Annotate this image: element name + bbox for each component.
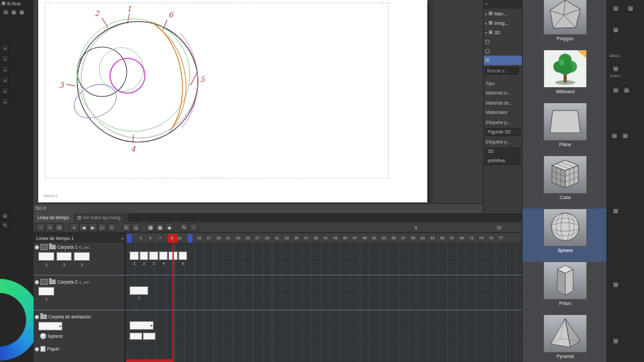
keyframe-cell[interactable]: ●	[129, 321, 154, 330]
tree-item-3d[interactable]: ▾ ▣ 3D	[484, 27, 522, 37]
zoom-in-icon[interactable]: +	[46, 223, 54, 231]
track-header-papel[interactable]: Papel	[34, 345, 124, 353]
visibility-eye-icon[interactable]	[35, 347, 39, 351]
canvas-area: 1 2 3 4 5 6 Historia 1	[34, 0, 483, 203]
fit-view-icon[interactable]: ⊡	[55, 223, 64, 231]
material-item-polygon[interactable]: Polygon	[523, 0, 607, 50]
skip-start-icon[interactable]: «	[70, 223, 78, 231]
tool-icon[interactable]: ▪	[1, 44, 9, 52]
panel-icon[interactable]: ▦	[612, 64, 620, 72]
panel-icon[interactable]: ▦	[612, 337, 620, 345]
canvas-page[interactable]: 1 2 3 4 5 6 Historia 1	[38, 0, 427, 202]
cel-grid-icon[interactable]: ▦	[146, 223, 155, 231]
play-icon[interactable]: ▶	[89, 223, 97, 231]
cel-cell[interactable]	[38, 252, 54, 261]
next-frame-icon[interactable]: ▷	[98, 223, 107, 231]
pen-icon[interactable]: ✎	[180, 223, 189, 231]
add-icon[interactable]: ⊕	[1, 212, 9, 219]
material-item-pyramid[interactable]: Pyramid	[523, 314, 607, 362]
panel-icon[interactable]: ▦	[612, 280, 620, 288]
panel-icon[interactable]: ▦	[10, 8, 17, 15]
playhead-line[interactable]	[172, 233, 174, 362]
tree-item-man[interactable]: ▸ ▦ Man...	[484, 9, 522, 18]
cel-cell[interactable]	[178, 251, 188, 260]
keyframe-cell[interactable]: ●	[38, 322, 62, 330]
tree-item-selected[interactable]: ▦	[484, 56, 522, 65]
material-label: Billboard	[556, 89, 574, 94]
material-item-sphere-selected[interactable]: Sphere	[523, 208, 607, 261]
tab-all-frames[interactable]: ▥ Ver todos tipo fotog...	[73, 213, 128, 222]
material-item-prism[interactable]: Prism	[523, 261, 607, 314]
cel-cell[interactable]	[129, 251, 139, 260]
panel-icon[interactable]: ▦	[610, 131, 619, 139]
camera-icon[interactable]: ▣	[156, 223, 164, 231]
material-item-plane[interactable]: Plane	[523, 103, 607, 156]
track-header-carpeta-1[interactable]: Carpeta 1 6, cel...	[34, 243, 124, 251]
collapse-panel-icon[interactable]: «	[485, 2, 488, 7]
color-wheel[interactable]	[0, 279, 34, 361]
left-toolbar: ▣ B-Real ▤▦▦▪▪▪▪▪▪⊕✎	[0, 0, 34, 362]
cel-cell[interactable]	[129, 286, 148, 295]
visibility-eye-icon[interactable]	[35, 245, 39, 249]
cel-numbers: 123456	[126, 261, 188, 268]
panel-icon[interactable]: ▦	[612, 86, 620, 94]
edit-icon[interactable]: ✎	[1, 221, 9, 229]
timeline-panel: Línea de tiempo ▥ Ver todos tipo fotog..…	[34, 213, 522, 362]
tree-item[interactable]	[484, 37, 522, 46]
tool-icon[interactable]: ▪	[1, 76, 9, 84]
playback-end-marker[interactable]	[188, 234, 193, 243]
cel-cell[interactable]	[74, 252, 90, 261]
onion-skin-icon[interactable]: ◎	[131, 223, 140, 231]
panel-icon[interactable]: ▦	[627, 4, 635, 12]
property-rows: Tipo Material cr... Material de... Mater…	[484, 78, 522, 165]
frame-number: 69	[457, 236, 467, 240]
tab-timeline[interactable]: Línea de tiempo	[34, 213, 73, 222]
cel-cell[interactable]	[140, 251, 149, 260]
cel-number: 3	[149, 261, 159, 265]
playback-start-marker[interactable]	[127, 234, 131, 243]
visibility-eye-icon[interactable]	[35, 280, 39, 284]
timeline-selector-dropdown[interactable]: Línea de tiempo 1 ▾	[34, 233, 126, 243]
expand-caret-icon[interactable]: ▾	[485, 30, 487, 35]
folder-icon	[40, 314, 47, 319]
cel-cell[interactable]	[143, 333, 156, 340]
frame-ruler[interactable]: 1357911131517192123252729313335373941434…	[126, 233, 522, 243]
prop-value-figuras-3d[interactable]: Figuras 3D	[485, 128, 521, 137]
prev-frame-icon[interactable]: ◀	[79, 223, 88, 231]
tool-icon[interactable]: ▪	[1, 98, 9, 105]
file-icon[interactable]: ▤	[2, 8, 9, 15]
zoom-out-icon[interactable]: −	[36, 223, 45, 231]
panel-icon[interactable]: ▦	[18, 8, 25, 15]
material-item-cube[interactable]: Cube	[523, 156, 607, 208]
divider-icon[interactable]: ∕	[189, 223, 198, 231]
expand-caret-icon[interactable]: ▸	[485, 11, 487, 16]
tree-item-imag[interactable]: ▸ ▦ Imag...	[484, 18, 522, 27]
prop-value-primitive[interactable]: primitive	[485, 156, 521, 165]
tool-icon[interactable]: ▪	[1, 87, 9, 95]
cel-cell[interactable]	[149, 251, 158, 260]
cel-cell[interactable]	[159, 251, 168, 260]
panel-icon[interactable]: ▦	[623, 86, 631, 94]
track-header-carpeta-2[interactable]: Carpeta 2 1, cel...	[34, 278, 124, 286]
track-header-animation-folder[interactable]: Carpeta de animación	[34, 312, 124, 321]
material-item-billboard[interactable]: Billboard	[523, 50, 607, 103]
panel-icon[interactable]: ▦	[612, 4, 620, 12]
expand-caret-icon[interactable]: ▸	[485, 21, 487, 25]
cel-cell[interactable]	[38, 287, 54, 296]
frame-number: 41	[321, 236, 331, 240]
track-child-sphere[interactable]: Sphere	[34, 331, 124, 341]
cel-cell[interactable]	[56, 252, 72, 261]
panel-icon[interactable]: ▦	[621, 131, 629, 139]
keyframe-icon[interactable]: ◆	[165, 223, 174, 231]
material-search-input[interactable]	[485, 67, 519, 74]
panel-icon[interactable]: ▦	[612, 206, 620, 215]
tool-icon[interactable]: ▪	[1, 55, 9, 62]
prop-value-3d[interactable]: 3D	[485, 147, 521, 156]
tree-item[interactable]	[484, 46, 522, 56]
loop-icon[interactable]: ↻	[122, 223, 131, 231]
tool-icon[interactable]: ▪	[1, 66, 9, 73]
panel-icon[interactable]: ▦	[612, 25, 620, 34]
cel-cell[interactable]	[129, 333, 142, 340]
skip-end-icon[interactable]: »	[107, 223, 116, 231]
visibility-eye-icon[interactable]	[35, 315, 39, 319]
